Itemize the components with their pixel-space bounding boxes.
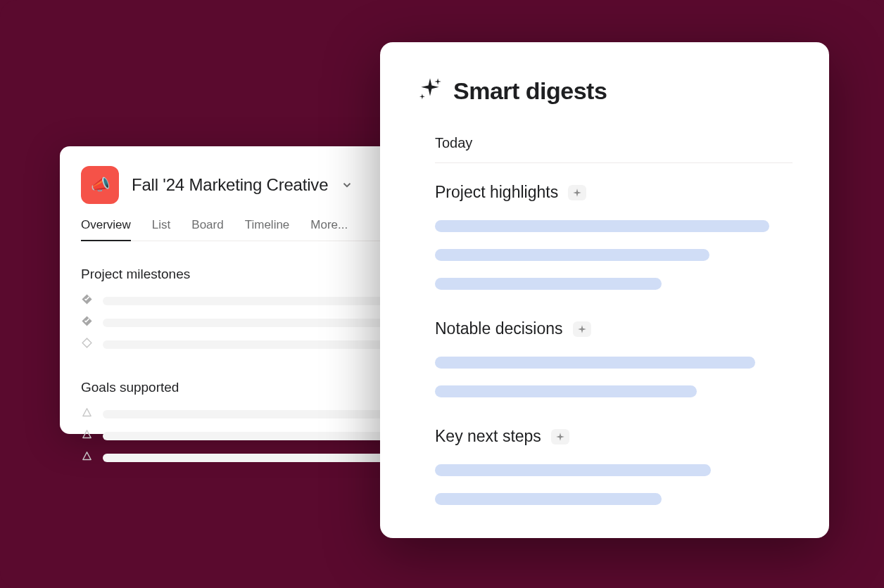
goal-icon xyxy=(81,428,93,443)
placeholder-line xyxy=(435,278,662,290)
sparkle-badge-icon[interactable] xyxy=(573,321,591,337)
project-header: 📣 Fall '24 Marketing Creative xyxy=(81,166,398,204)
tab-more[interactable]: More... xyxy=(310,218,348,241)
digest-section-heading: Key next steps xyxy=(435,427,541,446)
tab-overview[interactable]: Overview xyxy=(81,218,131,241)
digest-today-label: Today xyxy=(435,135,793,163)
placeholder-line xyxy=(103,454,398,462)
placeholder-line xyxy=(435,220,769,232)
milestones-heading: Project milestones xyxy=(81,267,398,282)
goals-heading: Goals supported xyxy=(81,380,398,395)
placeholder-line xyxy=(103,410,398,418)
digest-section-heading: Notable decisions xyxy=(435,319,563,338)
tab-timeline[interactable]: Timeline xyxy=(245,218,290,241)
sparkles-icon xyxy=(417,76,443,106)
milestone-row[interactable] xyxy=(81,293,398,308)
placeholder-line xyxy=(103,297,398,305)
digest-title: Smart digests xyxy=(453,77,607,105)
goal-row[interactable] xyxy=(81,450,398,465)
sparkle-badge-icon[interactable] xyxy=(568,185,586,200)
digest-body: Today Project highlights Notable decisio… xyxy=(417,135,793,505)
placeholder-line xyxy=(103,319,398,327)
digest-section-highlights: Project highlights xyxy=(435,183,793,202)
goal-row[interactable] xyxy=(81,428,398,443)
placeholder-line xyxy=(435,249,709,261)
goal-row[interactable] xyxy=(81,407,398,421)
placeholder-line xyxy=(103,432,398,440)
megaphone-icon: 📣 xyxy=(91,176,110,194)
placeholder-line xyxy=(435,357,755,369)
milestone-row[interactable] xyxy=(81,337,398,352)
milestone-complete-icon xyxy=(81,315,93,330)
placeholder-line xyxy=(435,385,697,397)
placeholder-line xyxy=(435,493,662,505)
project-tabs: Overview List Board Timeline More... xyxy=(81,218,398,241)
goal-icon xyxy=(81,450,93,465)
digest-section-heading: Project highlights xyxy=(435,183,558,202)
project-card: 📣 Fall '24 Marketing Creative Overview L… xyxy=(60,146,419,434)
smart-digests-card: Smart digests Today Project highlights N… xyxy=(380,42,829,538)
digest-section-next-steps: Key next steps xyxy=(435,427,793,446)
milestone-open-icon xyxy=(81,337,93,352)
placeholder-line xyxy=(103,340,398,349)
digest-header: Smart digests xyxy=(417,76,793,106)
tab-list[interactable]: List xyxy=(152,218,170,241)
digest-section-decisions: Notable decisions xyxy=(435,319,793,338)
milestone-complete-icon xyxy=(81,293,93,308)
project-title[interactable]: Fall '24 Marketing Creative xyxy=(132,175,328,195)
chevron-down-icon[interactable] xyxy=(341,179,353,191)
project-icon-megaphone[interactable]: 📣 xyxy=(81,166,119,204)
tab-board[interactable]: Board xyxy=(191,218,223,241)
placeholder-line xyxy=(435,464,711,476)
sparkle-badge-icon[interactable] xyxy=(551,429,569,445)
milestone-row[interactable] xyxy=(81,315,398,330)
goal-icon xyxy=(81,407,93,421)
